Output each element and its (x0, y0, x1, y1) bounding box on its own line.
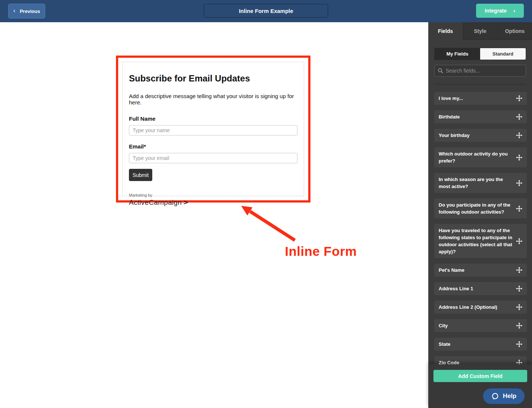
move-icon[interactable] (516, 132, 522, 138)
search-fields-box (434, 65, 526, 77)
field-item[interactable]: City (434, 319, 527, 332)
marketing-by-label: Marketing by (129, 193, 297, 197)
field-item-label: I love my... (439, 95, 463, 102)
sidebar-footer: Add Custom Field Help (428, 364, 532, 408)
move-icon[interactable] (516, 205, 522, 212)
integrate-button[interactable]: Integrate › (476, 4, 524, 18)
move-icon[interactable] (516, 322, 522, 329)
field-item-label: Birthdate (439, 113, 460, 120)
move-icon[interactable] (516, 95, 522, 101)
field-item[interactable]: Your birthday (434, 129, 527, 142)
fields-list: I love my... Birthdate Your birthday Whi… (428, 84, 532, 364)
field-item[interactable]: Birthdate (434, 110, 527, 123)
fields-panel-header: My Fields Standard (428, 40, 532, 84)
field-item-label: Pet's Name (439, 267, 465, 274)
field-item-label: Do you participate in any of the followi… (439, 201, 512, 215)
move-icon[interactable] (516, 238, 522, 244)
field-item[interactable]: Have you traveled to any of the followin… (434, 224, 527, 258)
form-preview-selected[interactable]: Subscribe for Email Updates Add a descri… (116, 56, 310, 203)
chevron-left-icon: ‹ (13, 8, 15, 14)
my-fields-toggle[interactable]: My Fields (435, 48, 480, 60)
field-item-label: Address Line 1 (439, 285, 473, 292)
move-icon[interactable] (516, 341, 522, 347)
move-icon[interactable] (516, 154, 522, 161)
field-item-label: City (439, 322, 448, 329)
field-item-label: Your birthday (439, 132, 470, 139)
tab-options[interactable]: Options (497, 22, 532, 40)
move-icon[interactable] (516, 114, 522, 120)
field-item[interactable]: Address Line 2 (Optional) (434, 301, 527, 314)
field-item-label: Which outdoor activity do you prefer? (439, 150, 512, 164)
form-dashed-container: Subscribe for Email Updates Add a descri… (122, 62, 304, 196)
topbar: ‹ Previous Inline Form Example Integrate… (0, 0, 532, 22)
help-button[interactable]: Help (483, 388, 525, 404)
move-icon[interactable] (516, 304, 522, 310)
form-builder-app: { "topbar": { "previous_label": "Previou… (0, 0, 532, 408)
field-item[interactable]: I love my... (434, 92, 527, 105)
annotation-label: Inline Form (285, 244, 357, 259)
move-icon[interactable] (516, 180, 522, 186)
tab-style[interactable]: Style (463, 22, 498, 40)
canvas: Subscribe for Email Updates Add a descri… (0, 22, 428, 408)
activecampaign-mark-icon: > (183, 199, 188, 207)
add-custom-field-button[interactable]: Add Custom Field (433, 370, 527, 382)
activecampaign-logo-text: ActiveCampaign (129, 198, 182, 207)
field-item[interactable]: Address Line 1 (434, 282, 527, 295)
move-icon[interactable] (516, 267, 522, 273)
search-icon (438, 68, 443, 73)
previous-button-label: Previous (20, 9, 40, 14)
field-item[interactable]: In which season are you the most active? (434, 173, 527, 193)
chat-bubble-icon (491, 392, 499, 400)
full-name-input[interactable] (129, 125, 297, 136)
help-button-label: Help (503, 392, 516, 400)
chevron-right-icon: › (513, 8, 515, 13)
previous-button[interactable]: ‹ Previous (8, 4, 45, 19)
field-item[interactable]: Do you participate in any of the followi… (434, 198, 527, 218)
form-description[interactable]: Add a descriptive message telling what y… (129, 93, 297, 106)
integrate-button-label: Integrate (485, 8, 506, 14)
field-item-label: Address Line 2 (Optional) (439, 304, 497, 311)
field-item-label: Zip Code (439, 359, 459, 364)
annotation-arrow-icon (236, 203, 301, 245)
field-item-label: Have you traveled to any of the followin… (439, 227, 512, 255)
email-input[interactable] (129, 153, 297, 163)
field-item[interactable]: Which outdoor activity do you prefer? (434, 147, 527, 167)
form-title-input[interactable]: Inline Form Example (204, 4, 328, 18)
email-label: Email* (129, 143, 297, 150)
move-icon[interactable] (516, 359, 522, 364)
field-item-label: In which season are you the most active? (439, 176, 512, 190)
field-item[interactable]: State (434, 338, 527, 351)
sidebar: Fields Style Options My Fields Standard … (428, 22, 532, 408)
submit-button[interactable]: Submit (129, 169, 152, 181)
field-item[interactable]: Zip Code (434, 356, 527, 364)
tab-fields[interactable]: Fields (428, 22, 463, 40)
fields-source-toggle: My Fields Standard (434, 48, 526, 60)
sidebar-tabs: Fields Style Options (428, 22, 532, 40)
search-fields-input[interactable] (446, 68, 522, 74)
move-icon[interactable] (516, 285, 522, 292)
full-name-label: Full Name (129, 116, 297, 122)
form-heading[interactable]: Subscribe for Email Updates (129, 73, 297, 84)
standard-fields-toggle[interactable]: Standard (480, 48, 526, 60)
field-item[interactable]: Pet's Name (434, 264, 527, 277)
field-item-label: State (439, 341, 450, 348)
